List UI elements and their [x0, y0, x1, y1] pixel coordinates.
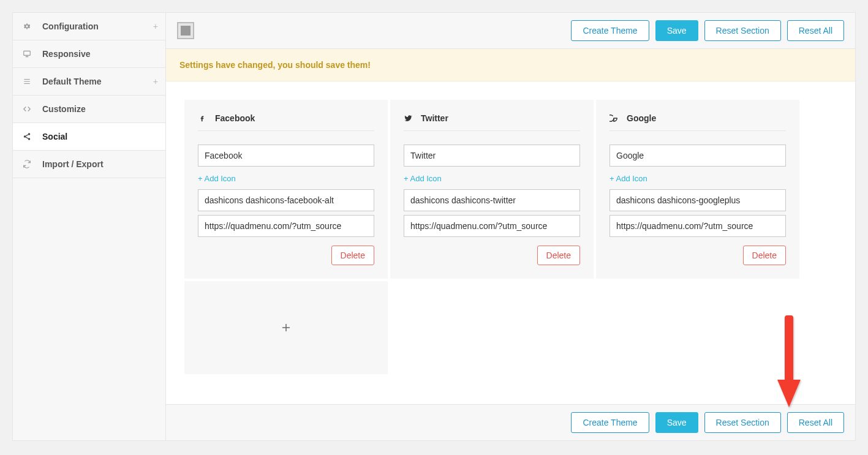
svg-point-3 — [28, 138, 31, 140]
svg-rect-4 — [785, 315, 793, 383]
facebook-icon — [198, 114, 210, 122]
social-card-google: Google + Add Icon Delete — [596, 100, 799, 279]
refresh-icon — [23, 160, 35, 168]
delete-button[interactable]: Delete — [331, 246, 374, 265]
card-title-text: Google — [627, 113, 656, 123]
social-url-input[interactable] — [404, 215, 580, 237]
expand-icon: + — [153, 77, 158, 86]
social-name-input[interactable] — [609, 145, 786, 167]
svg-marker-5 — [777, 380, 801, 407]
social-url-input[interactable] — [198, 215, 374, 237]
share-icon — [23, 132, 35, 141]
save-button[interactable]: Save — [655, 20, 698, 41]
annotation-arrow — [774, 312, 804, 410]
thumbnail-icon — [181, 26, 191, 36]
add-icon-link[interactable]: + Add Icon — [404, 174, 442, 183]
google-icon — [609, 114, 622, 122]
settings-panel: Configuration + Responsive Default Theme… — [12, 12, 856, 441]
reset-section-button[interactable]: Reset Section — [704, 20, 781, 41]
menu-icon — [23, 77, 35, 86]
delete-button[interactable]: Delete — [743, 246, 786, 265]
card-title: Twitter — [404, 113, 580, 131]
svg-point-1 — [28, 133, 31, 135]
top-toolbar: Create Theme Save Reset Section Reset Al… — [166, 13, 855, 49]
reset-all-button-bottom[interactable]: Reset All — [787, 412, 844, 433]
sidebar-label: Customize — [42, 104, 86, 114]
social-icon-input[interactable] — [404, 189, 580, 211]
create-theme-button-bottom[interactable]: Create Theme — [571, 412, 649, 433]
social-card-twitter: Twitter + Add Icon Delete — [390, 100, 594, 279]
svg-rect-0 — [24, 51, 31, 55]
sidebar-label: Configuration — [42, 21, 99, 31]
sidebar-label: Import / Export — [42, 159, 104, 169]
card-title: Facebook — [198, 113, 374, 131]
card-title-text: Facebook — [215, 113, 255, 123]
sidebar-item-import-export[interactable]: Import / Export — [13, 151, 165, 178]
gear-icon — [23, 22, 35, 31]
content-area: Facebook + Add Icon Delete Tw — [166, 81, 855, 404]
add-icon-link[interactable]: + Add Icon — [198, 174, 236, 183]
twitter-icon — [404, 114, 416, 122]
bottom-toolbar: Create Theme Save Reset Section Reset Al… — [166, 404, 855, 440]
social-icon-input[interactable] — [198, 189, 374, 211]
sidebar-label: Responsive — [42, 49, 91, 59]
sidebar-label: Social — [42, 132, 67, 141]
sidebar-item-customize[interactable]: Customize — [13, 96, 165, 123]
save-button-bottom[interactable]: Save — [655, 412, 698, 433]
add-social-card[interactable] — [184, 281, 388, 374]
svg-point-2 — [24, 135, 26, 138]
sidebar-label: Default Theme — [42, 77, 101, 86]
expand-icon: + — [153, 21, 158, 31]
sidebar-item-default-theme[interactable]: Default Theme + — [13, 68, 165, 96]
sidebar-item-social[interactable]: Social — [13, 123, 165, 151]
theme-thumbnail[interactable] — [177, 22, 194, 39]
delete-button[interactable]: Delete — [537, 246, 580, 265]
main-area: Create Theme Save Reset Section Reset Al… — [166, 13, 855, 440]
sidebar: Configuration + Responsive Default Theme… — [13, 13, 166, 440]
reset-section-button-bottom[interactable]: Reset Section — [704, 412, 781, 433]
desktop-icon — [23, 50, 35, 58]
social-name-input[interactable] — [198, 145, 374, 167]
social-cards: Facebook + Add Icon Delete Tw — [184, 100, 837, 279]
social-url-input[interactable] — [609, 215, 786, 237]
save-notice: Settings have changed, you should save t… — [166, 49, 855, 81]
create-theme-button[interactable]: Create Theme — [571, 20, 649, 41]
sidebar-item-configuration[interactable]: Configuration + — [13, 13, 165, 40]
plus-icon — [281, 322, 292, 333]
card-title-text: Twitter — [421, 113, 448, 123]
social-icon-input[interactable] — [609, 189, 786, 211]
social-card-facebook: Facebook + Add Icon Delete — [184, 100, 388, 279]
social-name-input[interactable] — [404, 145, 580, 167]
sidebar-item-responsive[interactable]: Responsive — [13, 40, 165, 68]
card-title: Google — [609, 113, 786, 131]
add-icon-link[interactable]: + Add Icon — [609, 174, 647, 183]
reset-all-button[interactable]: Reset All — [787, 20, 844, 41]
code-icon — [23, 105, 35, 113]
